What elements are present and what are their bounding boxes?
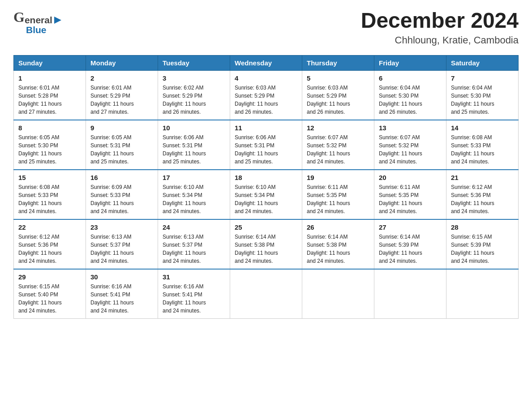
day-number: 17	[163, 174, 225, 181]
day-info: Sunrise: 6:07 AMSunset: 5:32 PMDaylight:…	[307, 133, 369, 166]
day-number: 19	[307, 174, 369, 181]
calendar-cell: 9Sunrise: 6:05 AMSunset: 5:31 PMDaylight…	[86, 120, 158, 170]
header-monday: Monday	[86, 55, 158, 70]
day-info: Sunrise: 6:02 AMSunset: 5:29 PMDaylight:…	[163, 84, 225, 116]
day-number: 21	[451, 174, 514, 181]
calendar-cell: 19Sunrise: 6:11 AMSunset: 5:35 PMDayligh…	[302, 170, 374, 219]
calendar-cell: 8Sunrise: 6:05 AMSunset: 5:30 PMDaylight…	[14, 120, 86, 170]
day-number: 8	[18, 124, 81, 132]
day-number: 6	[379, 74, 442, 82]
day-number: 15	[18, 174, 81, 181]
calendar-cell: 24Sunrise: 6:13 AMSunset: 5:37 PMDayligh…	[158, 219, 230, 269]
calendar-cell: 30Sunrise: 6:16 AMSunset: 5:41 PMDayligh…	[86, 269, 158, 319]
calendar-cell: 7Sunrise: 6:04 AMSunset: 5:30 PMDaylight…	[446, 70, 519, 120]
day-number: 30	[90, 273, 153, 281]
calendar-week-row: 22Sunrise: 6:12 AMSunset: 5:36 PMDayligh…	[14, 219, 519, 269]
month-year-title: December 2024	[361, 9, 519, 33]
day-info: Sunrise: 6:04 AMSunset: 5:30 PMDaylight:…	[379, 84, 442, 116]
calendar-cell: 15Sunrise: 6:08 AMSunset: 5:33 PMDayligh…	[14, 170, 86, 219]
calendar-cell: 26Sunrise: 6:14 AMSunset: 5:38 PMDayligh…	[302, 219, 374, 269]
day-info: Sunrise: 6:13 AMSunset: 5:37 PMDaylight:…	[90, 233, 153, 265]
logo-general: eneral	[25, 15, 52, 26]
header-tuesday: Tuesday	[158, 55, 230, 70]
day-info: Sunrise: 6:14 AMSunset: 5:38 PMDaylight:…	[235, 233, 297, 265]
day-info: Sunrise: 6:01 AMSunset: 5:29 PMDaylight:…	[90, 84, 153, 116]
day-info: Sunrise: 6:15 AMSunset: 5:39 PMDaylight:…	[451, 233, 514, 265]
day-info: Sunrise: 6:09 AMSunset: 5:33 PMDaylight:…	[90, 183, 153, 215]
calendar-cell: 22Sunrise: 6:12 AMSunset: 5:36 PMDayligh…	[14, 219, 86, 269]
day-number: 10	[163, 124, 225, 132]
header-wednesday: Wednesday	[230, 55, 302, 70]
day-number: 29	[18, 273, 81, 281]
title-section: December 2024 Chhloung, Kratie, Cambodia	[361, 9, 519, 46]
calendar-cell: 23Sunrise: 6:13 AMSunset: 5:37 PMDayligh…	[86, 219, 158, 269]
calendar-cell: 6Sunrise: 6:04 AMSunset: 5:30 PMDaylight…	[374, 70, 446, 120]
day-info: Sunrise: 6:14 AMSunset: 5:39 PMDaylight:…	[379, 233, 442, 265]
day-number: 18	[235, 174, 297, 181]
calendar-cell: 1Sunrise: 6:01 AMSunset: 5:28 PMDaylight…	[14, 70, 86, 120]
calendar-table: SundayMondayTuesdayWednesdayThursdayFrid…	[13, 55, 519, 319]
day-info: Sunrise: 6:06 AMSunset: 5:31 PMDaylight:…	[235, 133, 297, 166]
day-number: 23	[90, 223, 153, 231]
day-number: 25	[235, 223, 297, 231]
calendar-cell: 14Sunrise: 6:08 AMSunset: 5:33 PMDayligh…	[446, 120, 519, 170]
day-info: Sunrise: 6:06 AMSunset: 5:31 PMDaylight:…	[163, 133, 225, 166]
header-thursday: Thursday	[302, 55, 374, 70]
day-info: Sunrise: 6:13 AMSunset: 5:37 PMDaylight:…	[163, 233, 225, 265]
calendar-cell: 25Sunrise: 6:14 AMSunset: 5:38 PMDayligh…	[230, 219, 302, 269]
header-sunday: Sunday	[14, 55, 86, 70]
logo-g: G	[13, 9, 25, 26]
day-info: Sunrise: 6:05 AMSunset: 5:30 PMDaylight:…	[18, 133, 81, 166]
day-info: Sunrise: 6:10 AMSunset: 5:34 PMDaylight:…	[235, 183, 297, 215]
day-number: 20	[379, 174, 442, 181]
calendar-cell	[302, 269, 374, 319]
day-number: 16	[90, 174, 153, 181]
calendar-cell: 17Sunrise: 6:10 AMSunset: 5:34 PMDayligh…	[158, 170, 230, 219]
calendar-cell: 12Sunrise: 6:07 AMSunset: 5:32 PMDayligh…	[302, 120, 374, 170]
day-info: Sunrise: 6:16 AMSunset: 5:41 PMDaylight:…	[163, 283, 225, 315]
calendar-cell: 18Sunrise: 6:10 AMSunset: 5:34 PMDayligh…	[230, 170, 302, 219]
calendar-cell: 28Sunrise: 6:15 AMSunset: 5:39 PMDayligh…	[446, 219, 519, 269]
calendar-week-row: 1Sunrise: 6:01 AMSunset: 5:28 PMDaylight…	[14, 70, 519, 120]
day-info: Sunrise: 6:08 AMSunset: 5:33 PMDaylight:…	[18, 183, 81, 215]
calendar-cell: 29Sunrise: 6:15 AMSunset: 5:40 PMDayligh…	[14, 269, 86, 319]
day-info: Sunrise: 6:01 AMSunset: 5:28 PMDaylight:…	[18, 84, 81, 116]
calendar-cell	[446, 269, 519, 319]
calendar-week-row: 29Sunrise: 6:15 AMSunset: 5:40 PMDayligh…	[14, 269, 519, 319]
header-saturday: Saturday	[446, 55, 519, 70]
day-info: Sunrise: 6:12 AMSunset: 5:36 PMDaylight:…	[18, 233, 81, 265]
calendar-cell: 4Sunrise: 6:03 AMSunset: 5:29 PMDaylight…	[230, 70, 302, 120]
day-number: 9	[90, 124, 153, 132]
calendar-cell: 10Sunrise: 6:06 AMSunset: 5:31 PMDayligh…	[158, 120, 230, 170]
logo-blue: Blue	[26, 25, 47, 35]
day-number: 28	[451, 223, 514, 231]
day-number: 1	[18, 74, 81, 82]
day-number: 2	[90, 74, 153, 82]
page-header: G eneral Blue December 2024 Chhloung, Kr…	[13, 9, 519, 46]
day-info: Sunrise: 6:03 AMSunset: 5:29 PMDaylight:…	[307, 84, 369, 116]
day-info: Sunrise: 6:16 AMSunset: 5:41 PMDaylight:…	[90, 283, 153, 315]
day-number: 13	[379, 124, 442, 132]
calendar-cell: 11Sunrise: 6:06 AMSunset: 5:31 PMDayligh…	[230, 120, 302, 170]
calendar-cell: 16Sunrise: 6:09 AMSunset: 5:33 PMDayligh…	[86, 170, 158, 219]
day-info: Sunrise: 6:10 AMSunset: 5:34 PMDaylight:…	[163, 183, 225, 215]
svg-marker-0	[54, 17, 61, 24]
day-number: 22	[18, 223, 81, 231]
day-info: Sunrise: 6:03 AMSunset: 5:29 PMDaylight:…	[235, 84, 297, 116]
day-info: Sunrise: 6:05 AMSunset: 5:31 PMDaylight:…	[90, 133, 153, 166]
calendar-cell: 31Sunrise: 6:16 AMSunset: 5:41 PMDayligh…	[158, 269, 230, 319]
calendar-header-row: SundayMondayTuesdayWednesdayThursdayFrid…	[14, 55, 519, 70]
calendar-cell: 20Sunrise: 6:11 AMSunset: 5:35 PMDayligh…	[374, 170, 446, 219]
day-info: Sunrise: 6:11 AMSunset: 5:35 PMDaylight:…	[379, 183, 442, 215]
header-friday: Friday	[374, 55, 446, 70]
day-number: 3	[163, 74, 225, 82]
day-number: 7	[451, 74, 514, 82]
day-number: 11	[235, 124, 297, 132]
day-info: Sunrise: 6:11 AMSunset: 5:35 PMDaylight:…	[307, 183, 369, 215]
day-info: Sunrise: 6:14 AMSunset: 5:38 PMDaylight:…	[307, 233, 369, 265]
calendar-cell: 5Sunrise: 6:03 AMSunset: 5:29 PMDaylight…	[302, 70, 374, 120]
day-number: 4	[235, 74, 297, 82]
day-info: Sunrise: 6:07 AMSunset: 5:32 PMDaylight:…	[379, 133, 442, 166]
day-number: 5	[307, 74, 369, 82]
day-number: 31	[163, 273, 225, 281]
